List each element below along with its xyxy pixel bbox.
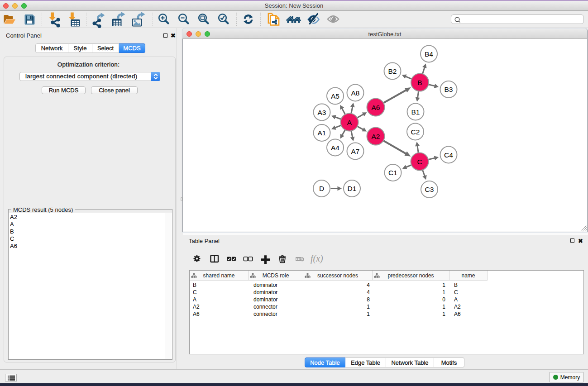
svg-text:B3: B3 <box>445 86 453 93</box>
svg-text:A1: A1 <box>318 129 326 137</box>
svg-text:C3: C3 <box>425 186 434 193</box>
svg-text:A6: A6 <box>372 104 380 111</box>
svg-text:C1: C1 <box>388 169 397 176</box>
svg-text:A3: A3 <box>318 109 326 116</box>
svg-text:A4: A4 <box>331 144 339 152</box>
svg-text:B2: B2 <box>388 67 397 75</box>
svg-text:B: B <box>417 79 422 86</box>
svg-text:f(x): f(x) <box>311 253 323 264</box>
svg-text:B1: B1 <box>411 108 420 116</box>
svg-text:A2: A2 <box>372 133 380 140</box>
svg-text:C2: C2 <box>411 128 420 136</box>
svg-text:A5: A5 <box>331 92 339 100</box>
svg-text:A8: A8 <box>351 89 360 97</box>
svg-text:B4: B4 <box>425 50 433 58</box>
svg-text:A: A <box>347 119 352 126</box>
svg-text:C: C <box>417 158 422 166</box>
svg-text:C4: C4 <box>444 151 453 159</box>
svg-text:A7: A7 <box>351 148 360 155</box>
svg-text:D: D <box>319 185 324 192</box>
svg-text:D1: D1 <box>348 185 357 192</box>
